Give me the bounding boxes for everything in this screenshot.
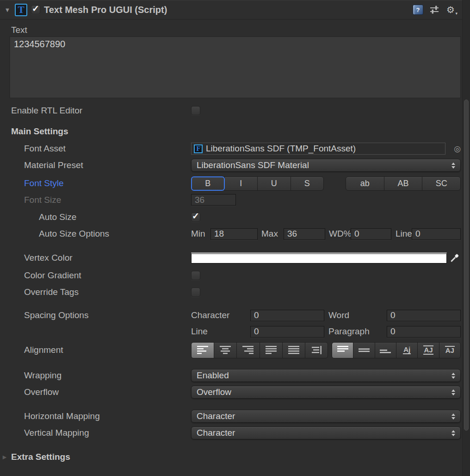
font-asset-icon: F [194,144,203,153]
align-top-button[interactable] [332,342,353,358]
max-field[interactable]: 36 [284,228,325,240]
lowercase-button[interactable]: ab [346,176,384,191]
dropdown-arrows-icon [451,389,455,395]
align-justified-icon [265,345,277,355]
align-flush-button[interactable] [282,342,305,358]
align-baseline-button[interactable]: Aj [396,342,418,358]
vertex-color-label: Vertex Color [0,253,191,263]
wrapping-value: Enabled [197,370,229,381]
font-asset-label: Font Asset [0,144,191,154]
vertical-mapping-row: Vertical Mapping Character [0,426,462,439]
check-icon: ✓ [32,3,39,14]
enable-rtl-label: Enable RTL Editor [0,106,191,116]
line-label: Line [396,229,412,239]
presets-icon[interactable] [430,5,440,14]
align-baseline-icon: Aj [403,346,411,355]
vertex-color-swatch[interactable] [191,252,447,263]
line-field[interactable]: 0 [412,228,461,240]
wrapping-dropdown[interactable]: Enabled [191,369,461,382]
max-label: Max [261,229,284,239]
align-right-button[interactable] [236,342,260,358]
auto-size-row: Auto Size ✓ [0,212,462,222]
paragraph-spacing-label: Paragraph [328,326,387,337]
color-gradient-checkbox[interactable] [191,271,200,280]
tmp-component-icon: T [15,4,27,16]
align-midline-button[interactable]: AJ [417,342,439,358]
smallcaps-button[interactable]: SC [422,176,461,191]
font-style-group-1: B I U S [191,176,324,191]
font-size-label: Font Size [0,195,191,205]
align-capline-button[interactable]: AJ [439,342,461,358]
font-asset-row: Font Asset F LiberationSans SDF (TMP_Fon… [0,143,462,155]
auto-size-checkbox[interactable]: ✓ [191,213,200,222]
wrapping-row: Wrapping Enabled [0,369,462,382]
spacing-options-label: Spacing Options [0,310,191,320]
font-style-group-2: ab AB SC [346,176,461,191]
strikethrough-button[interactable]: S [291,176,324,191]
align-justified-button[interactable] [260,342,283,358]
extra-settings-section: ► Extra Settings [0,451,462,463]
character-spacing-field[interactable]: 0 [250,310,324,321]
horizontal-mapping-dropdown[interactable]: Character [191,410,461,423]
overflow-value: Overflow [197,387,231,397]
auto-size-options-row: Auto Size Options Min 18 Max 36 WD% 0 Li… [0,228,462,240]
align-middle-button[interactable] [353,342,375,358]
horizontal-mapping-value: Character [197,411,235,421]
spacing-options-row-2: Line 0 Paragraph 0 [0,326,462,338]
align-bottom-button[interactable] [375,342,396,358]
overflow-dropdown[interactable]: Overflow [191,386,461,399]
object-picker-icon[interactable]: ◎ [454,145,461,153]
wd-percent-field[interactable]: 0 [351,228,391,240]
override-tags-checkbox[interactable] [191,288,200,297]
text-input[interactable]: 1234567890 [9,36,461,98]
line-spacing-label: Line [191,326,250,337]
font-style-label: Font Style [0,178,191,188]
wrapping-label: Wrapping [0,370,191,381]
word-spacing-field[interactable]: 0 [387,310,461,321]
align-center-button[interactable] [214,342,237,358]
min-field[interactable]: 18 [210,228,258,240]
gear-icon[interactable]: ⚙ [446,5,455,14]
overflow-label: Overflow [0,387,191,397]
word-spacing-label: Word [328,310,387,320]
uppercase-button[interactable]: AB [384,176,423,191]
italic-button[interactable]: I [224,176,258,191]
color-gradient-row: Color Gradient [0,270,462,281]
character-spacing-label: Character [191,310,250,320]
bold-button[interactable]: B [191,176,225,191]
align-left-button[interactable] [191,342,214,358]
font-asset-icon-letter: F [196,146,200,152]
underline-button[interactable]: U [257,176,291,191]
extra-settings-header: Extra Settings [11,452,70,462]
vertical-mapping-label: Vertical Mapping [0,428,191,438]
align-geometry-center-button[interactable] [305,342,328,358]
eyedropper-icon[interactable] [447,252,461,264]
inspector-panel: ▼ T ✓ Text Mesh Pro UGUI (Script) ? ⚙ Te… [0,0,462,463]
align-top-icon [337,345,349,355]
extra-settings-foldout-icon[interactable]: ► [0,453,11,461]
override-tags-row: Override Tags [0,287,462,297]
align-bottom-icon [379,345,391,355]
main-settings-section: Main Settings [0,126,462,137]
alignment-row: Alignment [0,342,462,358]
align-midline-icon: AJ [423,345,433,355]
scrollbar-track[interactable] [462,0,470,476]
vertical-mapping-dropdown[interactable]: Character [191,426,461,439]
component-foldout-icon[interactable]: ▼ [4,6,11,13]
enable-rtl-row: Enable RTL Editor [0,106,462,116]
component-enabled-checkbox[interactable]: ✓ [31,5,40,14]
enable-rtl-checkbox[interactable] [191,106,200,115]
min-label: Min [191,229,210,239]
line-spacing-field[interactable]: 0 [250,326,324,338]
vertex-color-row: Vertex Color [0,252,462,264]
scrollbar-thumb[interactable] [464,100,469,431]
font-asset-object-field[interactable]: F LiberationSans SDF (TMP_FontAsset) [191,143,445,155]
tmp-icon-letter: T [18,6,24,14]
component-title: Text Mesh Pro UGUI (Script) [44,5,409,15]
dropdown-arrows-icon [451,163,455,169]
paragraph-spacing-field[interactable]: 0 [387,326,461,338]
material-preset-dropdown[interactable]: LiberationSans SDF Material [191,159,461,172]
dropdown-arrows-icon [451,430,455,436]
override-tags-label: Override Tags [0,287,191,297]
help-icon[interactable]: ? [413,5,423,15]
